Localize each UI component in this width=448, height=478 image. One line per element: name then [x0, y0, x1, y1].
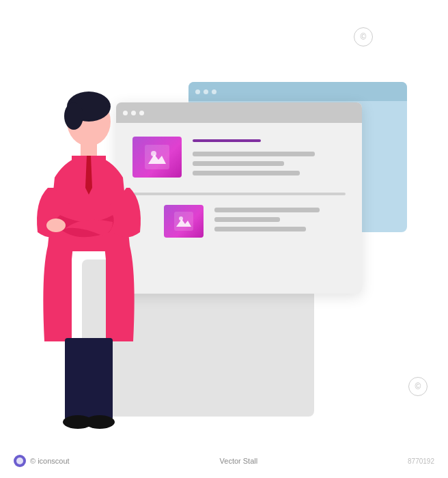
mountain-image-icon-sm [174, 212, 193, 231]
text-line [193, 171, 300, 175]
iconscout-logo-icon [14, 455, 26, 467]
separator-line [132, 193, 346, 195]
iconscout-label: © iconscout [30, 457, 70, 465]
text-line [214, 217, 280, 222]
text-lines-2 [214, 205, 346, 236]
svg-point-15 [46, 219, 66, 232]
svg-rect-14 [87, 338, 113, 420]
person-illustration [14, 82, 164, 437]
watermark-circle-1: © [354, 27, 373, 46]
svg-point-17 [85, 415, 115, 429]
iconscout-icon-svg [16, 457, 24, 465]
svg-rect-9 [81, 142, 97, 157]
footer: © iconscout Vector Stall 8770192 [0, 455, 448, 467]
svg-point-8 [64, 102, 83, 130]
text-line [193, 161, 284, 166]
vector-stall-label: Vector Stall [220, 457, 258, 465]
text-line [193, 152, 315, 156]
content-row-1 [132, 137, 346, 180]
watermark-circle-2: © [408, 377, 428, 396]
dot-icon [195, 89, 200, 94]
content-row-2 [132, 205, 346, 238]
titlebar-back-right [188, 82, 407, 101]
svg-point-18 [16, 458, 23, 464]
text-lines-1 [193, 137, 346, 180]
text-line [214, 208, 320, 212]
svg-rect-3 [174, 212, 193, 231]
illustration-container: © © © iconscout Vector Stall 8770192 [0, 0, 448, 478]
image-placeholder-2 [164, 205, 204, 238]
image-id-label: 8770192 [408, 458, 434, 465]
svg-point-4 [179, 216, 183, 221]
iconscout-logo: © iconscout [14, 455, 70, 467]
purple-divider [193, 139, 261, 142]
text-line [214, 227, 306, 231]
person-svg [14, 82, 164, 437]
dot-icon [212, 89, 216, 94]
dot-icon [204, 89, 208, 94]
